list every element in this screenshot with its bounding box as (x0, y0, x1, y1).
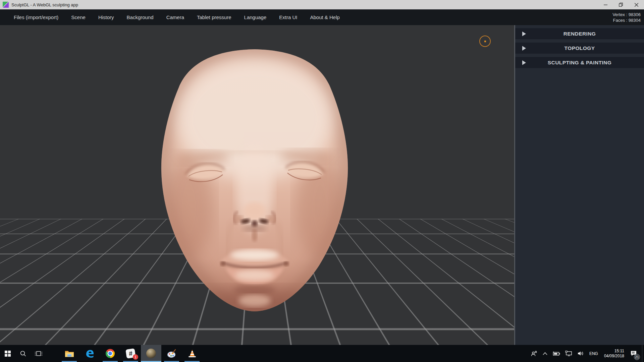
menu-about-help[interactable]: About & Help (304, 9, 346, 25)
minimize-icon (604, 3, 607, 7)
tool-sidebar: RENDERING TOPOLOGY SCULPTING & PAINTING (515, 25, 644, 345)
battery-charging-icon (552, 351, 560, 356)
paint-icon (167, 349, 176, 358)
edge-button[interactable] (79, 345, 100, 362)
panel-sculpting-painting-label: SCULPTING & PAINTING (548, 60, 611, 66)
file-explorer-icon (65, 350, 74, 358)
volume-icon (577, 351, 584, 356)
volume-button[interactable] (575, 345, 586, 362)
main-area: RENDERING TOPOLOGY SCULPTING & PAINTING (0, 25, 644, 345)
sculpted-head-model[interactable] (158, 47, 351, 313)
menu-language[interactable]: Language (238, 9, 273, 25)
people-icon (531, 351, 538, 357)
window-controls (598, 0, 644, 9)
notification-app-button[interactable]: # 1 (120, 345, 141, 362)
sculptgl-icon (146, 349, 156, 358)
paint-button[interactable] (161, 345, 182, 362)
vlc-icon (187, 349, 197, 358)
people-button[interactable] (529, 345, 540, 362)
menu-history[interactable]: History (92, 9, 120, 25)
menu-tablet-pressure[interactable]: Tablet pressure (191, 9, 238, 25)
hidden-icons-button[interactable] (540, 345, 550, 362)
screen: SculptGL - A WebGL sculpting app Files (0, 0, 644, 362)
vlc-button[interactable] (182, 345, 202, 362)
restore-button[interactable] (613, 0, 629, 9)
display-icon (565, 351, 573, 356)
viewport-3d[interactable] (0, 25, 514, 345)
notification-app-badge: 1 (133, 354, 138, 360)
action-center-button[interactable]: 21 (627, 345, 641, 362)
faces-count: Faces : 98304 (612, 17, 641, 23)
edge-icon (85, 349, 95, 358)
battery-button[interactable] (550, 345, 563, 362)
title-bar: SculptGL - A WebGL sculpting app (0, 0, 644, 9)
collapse-arrow-icon (522, 46, 526, 51)
menu-camera[interactable]: Camera (160, 9, 191, 25)
collapse-arrow-icon (522, 60, 526, 65)
close-icon (635, 3, 638, 7)
chevron-up-icon (542, 352, 548, 355)
taskbar: # 1 (0, 345, 644, 362)
restore-icon (619, 3, 623, 7)
start-button[interactable] (0, 345, 15, 362)
brush-cursor (479, 36, 491, 47)
search-icon (20, 350, 26, 357)
search-button[interactable] (15, 345, 31, 362)
window-title: SculptGL - A WebGL sculpting app (11, 2, 78, 7)
action-center-badge: 21 (634, 354, 640, 360)
menu-scene[interactable]: Scene (65, 9, 92, 25)
close-button[interactable] (629, 0, 644, 9)
pinned-apps: # 1 (59, 345, 202, 362)
panel-topology[interactable]: TOPOLOGY (515, 43, 644, 54)
mesh-stats: Vertex : 98306 Faces : 98304 (612, 12, 644, 23)
panel-rendering-label: RENDERING (564, 31, 596, 37)
menu-extra-ui[interactable]: Extra UI (273, 9, 304, 25)
sculptgl-taskbar-button[interactable] (141, 345, 161, 362)
menu-files[interactable]: Files (import/export) (7, 9, 65, 25)
file-explorer-button[interactable] (59, 345, 79, 362)
panel-topology-label: TOPOLOGY (565, 45, 595, 51)
menu-bar: Files (import/export) Scene History Back… (0, 9, 644, 25)
system-tray: ENG 15:11 04/09/2018 21 (529, 345, 644, 362)
clock[interactable]: 15:11 04/09/2018 (601, 349, 627, 359)
minimize-button[interactable] (598, 0, 613, 9)
task-view-icon (35, 351, 42, 357)
windows-logo-icon (5, 351, 11, 357)
chrome-icon (106, 349, 115, 358)
show-desktop-button[interactable] (642, 345, 644, 362)
collapse-arrow-icon (522, 32, 526, 36)
clock-date: 04/09/2018 (604, 354, 624, 359)
clock-time: 15:11 (604, 349, 624, 354)
brush-cursor-center-dot (484, 41, 486, 42)
language-indicator[interactable]: ENG (586, 351, 601, 356)
task-view-button[interactable] (31, 345, 46, 362)
panel-rendering[interactable]: RENDERING (515, 28, 644, 39)
display-button[interactable] (563, 345, 575, 362)
app-icon (3, 2, 9, 8)
menu-items: Files (import/export) Scene History Back… (0, 9, 346, 25)
menu-background[interactable]: Background (120, 9, 160, 25)
vertex-count: Vertex : 98306 (612, 12, 641, 17)
panel-sculpting-painting[interactable]: SCULPTING & PAINTING (515, 57, 644, 68)
chrome-button[interactable] (100, 345, 120, 362)
